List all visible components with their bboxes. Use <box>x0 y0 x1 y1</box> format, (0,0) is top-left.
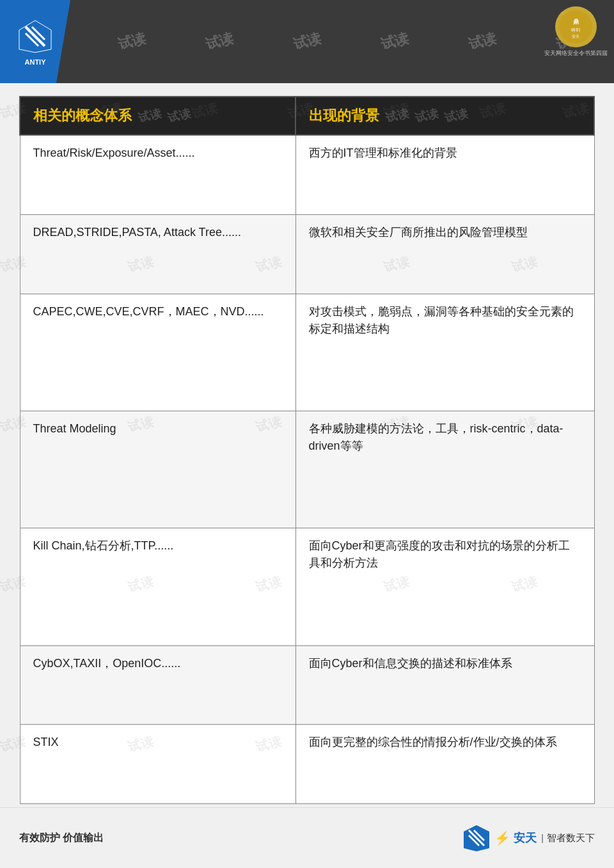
col1-header: 相关的概念体系 试读 试读 <box>20 97 295 135</box>
table-row: Threat Modeling 各种威胁建模的方法论，工具，risk-centr… <box>20 411 594 528</box>
concept-table: 相关的概念体系 试读 试读 出现的背景 试读 试读 试读 <box>19 96 595 804</box>
right-logo-svg: 鼎 铸剑 安天 <box>558 10 594 45</box>
row3-col2: 各种威胁建模的方法论，工具，risk-centric，data-driven等等 <box>295 411 594 528</box>
table-row: Kill Chain,钻石分析,TTP...... 面向Cyber和更高强度的攻… <box>20 528 594 645</box>
footer-logo-brand: 安天 <box>514 830 537 846</box>
footer-logo-svg <box>462 824 491 853</box>
antiy-logo-icon <box>16 17 54 56</box>
logo-text: ANTIY <box>25 58 46 66</box>
header-watermarks: 试读 试读 试读 试读 试读 试读 试读 <box>0 0 614 83</box>
table-row: STIX 面向更完整的综合性的情报分析/作业/交换的体系 <box>20 725 594 804</box>
svg-point-4 <box>559 10 592 43</box>
row2-col1: CAPEC,CWE,CVE,CVRF，MAEC，NVD...... <box>20 294 295 411</box>
row1-col1: DREAD,STRIDE,PASTA, Attack Tree...... <box>20 215 295 294</box>
th-watermark-4: 试读 <box>414 106 440 126</box>
watermark-6: 试读 <box>466 29 498 54</box>
main-content: 相关的概念体系 试读 试读 出现的背景 试读 试读 试读 <box>19 96 595 804</box>
row4-col2: 面向Cyber和更高强度的攻击和对抗的场景的分析工具和分析方法 <box>295 528 594 645</box>
row1-col2: 微软和相关安全厂商所推出的风险管理模型 <box>295 215 594 294</box>
footer-logo-sub: 智者数天下 <box>547 832 595 844</box>
watermark-3: 试读 <box>203 29 235 54</box>
th-watermark-3: 试读 <box>384 106 411 126</box>
table-body: Threat/Risk/Exposure/Asset...... 西方的IT管理… <box>20 135 594 804</box>
watermark-4: 试读 <box>291 29 323 54</box>
footer-slogan: 有效防护 价值输出 <box>19 832 104 845</box>
row6-col2: 面向更完整的综合性的情报分析/作业/交换的体系 <box>295 725 594 804</box>
footer: 有效防护 价值输出 ⚡ 安天 | 智者数天下 <box>0 807 614 868</box>
th-watermark-1: 试读 <box>137 106 163 126</box>
row5-col2: 面向Cyber和信息交换的描述和标准体系 <box>295 645 594 725</box>
row2-col2: 对攻击模式，脆弱点，漏洞等各种基础的安全元素的标定和描述结构 <box>295 294 594 411</box>
th-watermark-2: 试读 <box>166 106 193 126</box>
footer-logo-text: ⚡ <box>494 830 510 846</box>
header: ANTIY 试读 试读 试读 试读 试读 试读 试读 鼎 铸剑 安天 安天网络安… <box>0 0 614 83</box>
row0-col2: 西方的IT管理和标准化的背景 <box>295 135 594 215</box>
row5-col1: CybOX,TAXII，OpenIOC...... <box>20 645 295 725</box>
footer-logo-separator: | <box>541 833 544 843</box>
th-watermark-5: 试读 <box>443 106 469 126</box>
row0-col1: Threat/Risk/Exposure/Asset...... <box>20 135 295 215</box>
header-right-logo: 鼎 铸剑 安天 安天网络安全令书第四届 <box>544 6 608 58</box>
svg-text:安天: 安天 <box>572 34 579 38</box>
row4-col1: Kill Chain,钻石分析,TTP...... <box>20 528 295 645</box>
header-logo: ANTIY <box>0 0 70 83</box>
table-row: Threat/Risk/Exposure/Asset...... 西方的IT管理… <box>20 135 594 215</box>
table-row: CAPEC,CWE,CVE,CVRF，MAEC，NVD...... 对攻击模式，… <box>20 294 594 411</box>
table-row: CybOX,TAXII，OpenIOC...... 面向Cyber和信息交换的描… <box>20 645 594 725</box>
svg-text:铸剑: 铸剑 <box>571 28 580 32</box>
row6-col1: STIX <box>20 725 295 804</box>
watermark-5: 试读 <box>379 29 411 54</box>
footer-logo: ⚡ 安天 | 智者数天下 <box>462 824 595 853</box>
table-row: DREAD,STRIDE,PASTA, Attack Tree...... 微软… <box>20 215 594 294</box>
header-tagline: 安天网络安全令书第四届 <box>544 49 608 58</box>
svg-text:鼎: 鼎 <box>572 19 578 25</box>
watermark-2: 试读 <box>116 29 148 54</box>
col2-header: 出现的背景 试读 试读 试读 <box>295 97 594 135</box>
row3-col1: Threat Modeling <box>20 411 295 528</box>
right-logo-circle: 鼎 铸剑 安天 <box>555 6 597 47</box>
